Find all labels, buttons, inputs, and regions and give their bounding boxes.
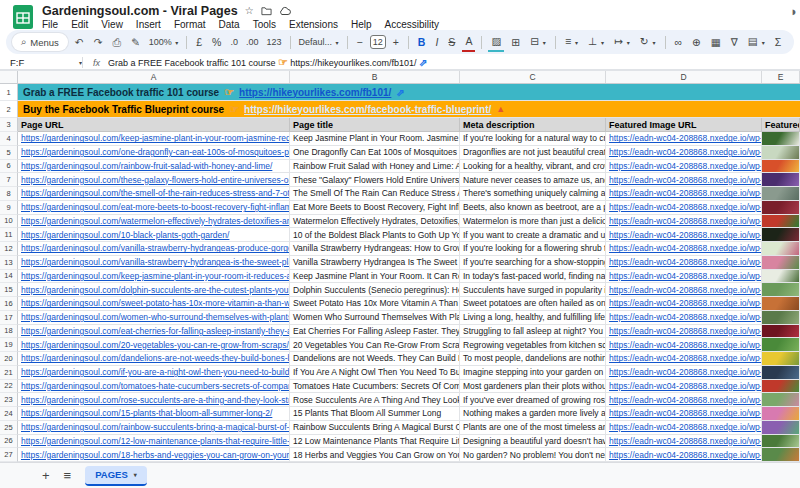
page-url-cell[interactable]: https://gardeningsoul.com/these-galaxy-f…	[18, 173, 290, 187]
image-url-cell[interactable]: https://eadn-wc04-208868.nxedge.io/wp-co…	[606, 283, 762, 297]
page-url-cell[interactable]: https://gardeningsoul.com/women-who-surr…	[18, 311, 290, 325]
meta-description-cell[interactable]: Beets, also known as beetroot, are a pow…	[460, 201, 606, 215]
menu-tools[interactable]: Tools	[253, 19, 276, 30]
meta-description-cell[interactable]: If you want to create a dramatic and uni…	[460, 228, 606, 242]
page-title-cell[interactable]: These "Galaxy" Flowers Hold Entire Unive…	[290, 173, 460, 187]
featured-image-cell[interactable]	[762, 352, 800, 366]
page-title-cell[interactable]: Vanilla Strawberry Hydrangeas: How to Gr…	[290, 242, 460, 256]
page-url-cell[interactable]: https://gardeningsoul.com/rainbow-succul…	[18, 421, 290, 435]
menu-help[interactable]: Help	[351, 19, 372, 30]
page-title-cell[interactable]: If You Are A Night Owl Then You Need To …	[290, 366, 460, 380]
featured-image-cell[interactable]	[762, 407, 800, 421]
menu-file[interactable]: File	[42, 19, 58, 30]
image-url-cell[interactable]: https://eadn-wc04-208868.nxedge.io/wp-co…	[606, 146, 762, 160]
meta-description-cell[interactable]: Sweet potatoes are often hailed as one o…	[460, 297, 606, 311]
image-url-cell[interactable]: https://eadn-wc04-208868.nxedge.io/wp-co…	[606, 256, 762, 270]
page-url-cell[interactable]: https://gardeningsoul.com/20-vegetables-…	[18, 338, 290, 352]
move-folder-icon[interactable]	[261, 6, 272, 16]
featured-image-cell[interactable]	[762, 201, 800, 215]
page-title-cell[interactable]: One Dragonfly Can Eat 100s of Mosquitoes…	[290, 146, 460, 160]
header-cell[interactable]: Page URL	[18, 118, 290, 132]
page-title-cell[interactable]: The Smell Of The Rain Can Reduce Stress …	[290, 187, 460, 201]
row-number[interactable]: 6	[0, 160, 18, 174]
row-number[interactable]: 23	[0, 393, 18, 407]
page-title-cell[interactable]: Vanilla Strawberry Hydrangea Is The Swee…	[290, 256, 460, 270]
menu-insert[interactable]: Insert	[136, 19, 161, 30]
featured-image-cell[interactable]	[762, 435, 800, 449]
featured-image-cell[interactable]	[762, 421, 800, 435]
redo-button[interactable]: ↷	[91, 33, 106, 51]
page-title-cell[interactable]: Women Who Surround Themselves With Plant…	[290, 311, 460, 325]
row-number[interactable]: 25	[0, 421, 18, 435]
page-url-cell[interactable]: https://gardeningsoul.com/12-low-mainten…	[18, 435, 290, 449]
page-title-cell[interactable]: 18 Herbs and Veggies You Can Grow on You…	[290, 448, 460, 462]
increase-decimal-button[interactable]: .00	[244, 37, 261, 47]
header-cell[interactable]: Featured Image URL	[606, 118, 762, 132]
page-title-cell[interactable]: Keep Jasmine Plant in Your Room. It Can …	[290, 270, 460, 284]
doc-title[interactable]: Gardeningsoul.com - Viral Pages	[42, 4, 238, 18]
row-number[interactable]: 17	[0, 311, 18, 325]
menu-data[interactable]: Data	[219, 19, 240, 30]
add-sheet-button[interactable]: +	[42, 468, 50, 483]
row-number[interactable]: 7	[0, 173, 18, 187]
borders-button[interactable]: ⊞	[508, 33, 523, 51]
paint-format-button[interactable]: ✎	[128, 33, 143, 51]
meta-description-cell[interactable]: Designing a beautiful yard doesn't have …	[460, 435, 606, 449]
image-url-cell[interactable]: https://eadn-wc04-208868.nxedge.io/wp-co…	[606, 366, 762, 380]
page-title-cell[interactable]: Watermelon Effectively Hydrates, Detoxif…	[290, 215, 460, 229]
page-url-cell[interactable]: https://gardeningsoul.com/if-you-are-a-n…	[18, 366, 290, 380]
undo-button[interactable]: ↶	[72, 33, 87, 51]
row-number[interactable]: 13	[0, 256, 18, 270]
page-url-cell[interactable]: https://gardeningsoul.com/10-black-plant…	[18, 228, 290, 242]
merge-cells-button[interactable]: ⊟ ▾	[527, 32, 549, 52]
featured-image-cell[interactable]	[762, 132, 800, 146]
insert-comment-button[interactable]: ⊕	[689, 33, 704, 51]
formula-input[interactable]: Grab a FREE Facebook traffic 101 course …	[108, 56, 427, 69]
featured-image-cell[interactable]	[762, 366, 800, 380]
text-color-button[interactable]: A	[462, 32, 475, 52]
featured-image-cell[interactable]	[762, 448, 800, 462]
row-number[interactable]: 27	[0, 448, 18, 462]
row-number[interactable]: 14	[0, 270, 18, 284]
row-number[interactable]: 12	[0, 242, 18, 256]
all-sheets-button[interactable]: ≡	[64, 468, 72, 483]
meta-description-cell[interactable]: Dragonflies are not just beautiful creat…	[460, 146, 606, 160]
menu-extensions[interactable]: Extensions	[289, 19, 338, 30]
featured-image-cell[interactable]	[762, 325, 800, 339]
font-select[interactable]: Defaul... ▾	[297, 37, 341, 47]
page-title-cell[interactable]: Dandelions are not Weeds. They Can Build…	[290, 352, 460, 366]
image-url-cell[interactable]: https://eadn-wc04-208868.nxedge.io/wp-co…	[606, 352, 762, 366]
meta-description-cell[interactable]: If you've ever dreamed of growing roses …	[460, 393, 606, 407]
page-url-cell[interactable]: https://gardeningsoul.com/eat-more-beets…	[18, 201, 290, 215]
page-url-cell[interactable]: https://gardeningsoul.com/rainbow-fruit-…	[18, 160, 290, 174]
meta-description-cell[interactable]: Watermelon is more than just a delicious…	[460, 215, 606, 229]
meta-description-cell[interactable]: Nature never ceases to amaze us, and few…	[460, 173, 606, 187]
increase-font-button[interactable]: +	[390, 33, 402, 51]
image-url-cell[interactable]: https://eadn-wc04-208868.nxedge.io/wp-co…	[606, 242, 762, 256]
row-number[interactable]: 21	[0, 366, 18, 380]
font-size-input[interactable]: 12	[370, 35, 386, 49]
featured-image-cell[interactable]	[762, 215, 800, 229]
page-url-cell[interactable]: https://gardeningsoul.com/rose-succulent…	[18, 393, 290, 407]
decrease-decimal-button[interactable]: .0	[228, 37, 240, 47]
row-number[interactable]: 26	[0, 435, 18, 449]
row-number[interactable]: 3	[0, 118, 18, 132]
text-wrap-button[interactable]: ↦ ▾	[611, 32, 633, 52]
featured-image-cell[interactable]	[762, 242, 800, 256]
image-url-cell[interactable]: https://eadn-wc04-208868.nxedge.io/wp-co…	[606, 187, 762, 201]
page-title-cell[interactable]: Keep Jasmine Plant in Your Room. Jasmine…	[290, 132, 460, 146]
featured-image-cell[interactable]	[762, 311, 800, 325]
promo-link[interactable]: https://hikeyourlikes.com/fb101/	[239, 87, 391, 98]
row-number[interactable]: 8	[0, 187, 18, 201]
select-all-corner[interactable]	[0, 71, 18, 83]
column-letter-D[interactable]: D	[606, 71, 762, 83]
page-url-cell[interactable]: https://gardeningsoul.com/vanilla-strawb…	[18, 256, 290, 270]
meta-description-cell[interactable]: In today's fast-paced world, finding nat…	[460, 270, 606, 284]
filter-button[interactable]: ∇	[728, 33, 741, 51]
menu-format[interactable]: Format	[174, 19, 206, 30]
image-url-cell[interactable]: https://eadn-wc04-208868.nxedge.io/wp-co…	[606, 435, 762, 449]
insert-link-button[interactable]: ∞	[672, 33, 686, 51]
functions-button[interactable]: Σ	[772, 33, 785, 51]
featured-image-cell[interactable]	[762, 160, 800, 174]
page-title-cell[interactable]: 10 of the Boldest Black Plants to Goth U…	[290, 228, 460, 242]
